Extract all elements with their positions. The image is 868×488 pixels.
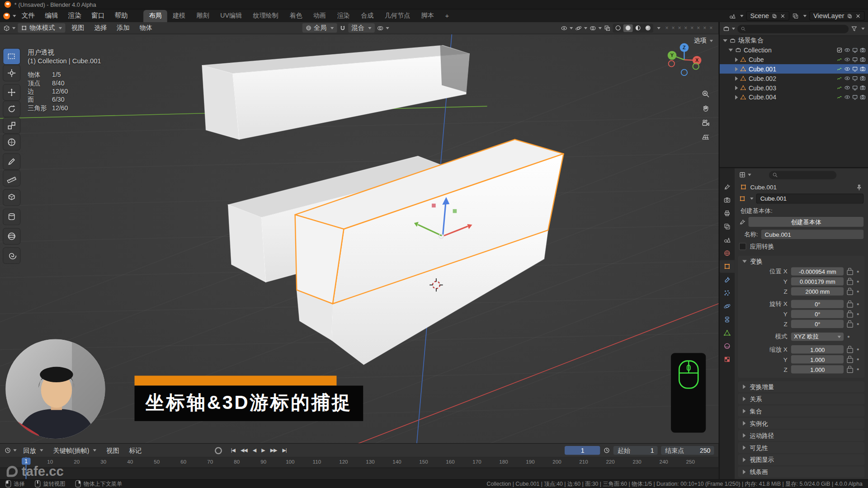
hide-eye-icon[interactable]	[844, 84, 850, 90]
breadcrumb-label[interactable]: Cube.001	[750, 184, 777, 191]
props-section-视图显示[interactable]: 视图显示	[738, 454, 865, 465]
filter-icon[interactable]	[851, 25, 858, 32]
navigation-gizmo[interactable]: Z Y X	[663, 39, 705, 81]
hide-eye-icon[interactable]	[844, 66, 850, 72]
blender-menu-icon[interactable]	[3, 13, 10, 19]
rotation-y-field[interactable]: 0°	[791, 310, 844, 318]
workspace-tab-建模[interactable]: 建模	[167, 10, 191, 22]
view-layer-selector[interactable]: ViewLayer	[809, 11, 864, 20]
new-scene-icon[interactable]	[772, 13, 777, 19]
current-frame-field[interactable]: 1	[565, 446, 600, 455]
viewport-canvas[interactable]	[0, 34, 719, 443]
menu-markers[interactable]: 标记	[126, 445, 145, 455]
lock-icon[interactable]	[847, 270, 853, 275]
workspace-tab-几何节点[interactable]: 几何节点	[379, 10, 416, 22]
lock-icon[interactable]	[847, 302, 853, 307]
tool-measure[interactable]	[3, 170, 20, 186]
menu-window[interactable]: 窗口	[87, 10, 109, 22]
props-tab-scene[interactable]	[720, 234, 735, 246]
hide-eye-icon[interactable]	[844, 94, 850, 100]
render-disable-icon[interactable]	[860, 47, 866, 53]
scale-x-field[interactable]: 1.000	[791, 345, 844, 353]
props-tab-physics[interactable]	[720, 300, 735, 313]
preview-range-clock-icon[interactable]	[604, 447, 610, 454]
pan-hand-icon[interactable]	[702, 104, 710, 112]
viewport-disable-icon[interactable]	[852, 47, 858, 53]
scene-browse-caret-icon[interactable]	[740, 14, 743, 17]
scene-selector[interactable]: Scene	[746, 11, 790, 20]
shading-solid-button[interactable]	[623, 24, 632, 32]
props-tab-texture[interactable]	[720, 353, 735, 366]
primitive-name-field[interactable]: Cube.001	[761, 230, 863, 239]
axis-neg-z-ball[interactable]	[681, 70, 687, 75]
play-button[interactable]: ▶	[259, 446, 267, 454]
outliner-row-object-selected[interactable]: Cube.001	[720, 64, 868, 74]
outliner-search-input[interactable]	[748, 25, 845, 33]
camera-view-icon[interactable]	[702, 118, 710, 127]
menu-object[interactable]: 物体	[136, 23, 156, 33]
prev-keyframe-button[interactable]: ◀◀	[238, 446, 249, 454]
workspace-tab-纹理绘制[interactable]: 纹理绘制	[247, 10, 284, 22]
props-section-集合[interactable]: 集合	[738, 406, 865, 417]
editor-type-button[interactable]	[3, 24, 15, 31]
props-tab-world[interactable]	[720, 247, 735, 259]
tool-annotate[interactable]	[3, 154, 20, 169]
outliner-search[interactable]	[737, 24, 849, 33]
props-section-可见性[interactable]: 可见性	[738, 442, 865, 453]
properties-editor-type-button[interactable]	[739, 172, 751, 178]
lock-icon[interactable]	[847, 280, 853, 285]
menu-help[interactable]: 帮助	[110, 10, 132, 22]
hide-eye-icon[interactable]	[844, 56, 850, 62]
workspace-tab-着色[interactable]: 着色	[284, 10, 308, 22]
transform-orientation-dropdown[interactable]: 全局	[302, 23, 337, 33]
tool-add-cube[interactable]	[3, 190, 20, 205]
viewport-disable-icon[interactable]	[852, 75, 858, 81]
transform-section-header[interactable]: 变换	[738, 256, 865, 267]
props-tab-constraints[interactable]	[720, 313, 735, 326]
proportional-editing-button[interactable]	[377, 24, 389, 31]
show-gizmo-button[interactable]	[575, 24, 587, 31]
frame-end-field[interactable]: 结束点250	[661, 446, 714, 455]
tool-scale[interactable]	[3, 118, 20, 133]
menu-playback[interactable]: 回放	[20, 445, 47, 455]
object-name-field[interactable]: Cube.001	[756, 194, 863, 204]
new-view-layer-icon[interactable]	[847, 13, 852, 19]
animate-dot-icon[interactable]: ●	[857, 311, 859, 316]
tool-rotate[interactable]	[3, 101, 20, 117]
lock-icon[interactable]	[847, 312, 853, 317]
viewport-disable-icon[interactable]	[852, 56, 858, 62]
render-disable-icon[interactable]	[860, 56, 866, 62]
props-tab-data[interactable]	[720, 326, 735, 339]
viewport-disable-icon[interactable]	[852, 66, 858, 72]
render-disable-icon[interactable]	[860, 84, 866, 90]
tool-spin[interactable]	[3, 248, 20, 263]
workspace-tab-合成[interactable]: 合成	[355, 10, 379, 22]
location-y-field[interactable]: 0.000179 mm	[791, 277, 844, 285]
frame-start-field[interactable]: 起始1	[613, 446, 658, 455]
props-section-线条画[interactable]: 线条画	[738, 466, 865, 477]
snap-toggle-button[interactable]	[340, 24, 346, 31]
props-tab-output[interactable]	[720, 207, 735, 220]
outliner-row-scene-collection[interactable]: 场景集合	[720, 36, 868, 46]
add-workspace-button[interactable]: +	[441, 11, 453, 21]
show-overlays-button[interactable]	[590, 24, 602, 31]
viewport-disable-icon[interactable]	[852, 84, 858, 90]
animate-dot-icon[interactable]: ●	[857, 301, 859, 306]
snap-mode-dropdown[interactable]: 混合	[348, 23, 375, 33]
lock-icon[interactable]	[847, 368, 853, 373]
lock-icon[interactable]	[847, 348, 853, 353]
animate-dot-icon[interactable]: ●	[857, 357, 859, 362]
menu-render[interactable]: 渲染	[64, 10, 86, 22]
menu-add[interactable]: 添加	[113, 23, 133, 33]
workspace-tab-脚本[interactable]: 脚本	[416, 10, 440, 22]
collection-checkbox-icon[interactable]	[836, 47, 842, 53]
pin-icon[interactable]	[856, 184, 863, 191]
cube-mesh-a[interactable]	[202, 45, 469, 139]
shading-material-button[interactable]	[633, 24, 642, 32]
menu-edit[interactable]: 编辑	[40, 10, 62, 22]
hide-eye-icon[interactable]	[844, 47, 850, 53]
location-z-field[interactable]: 2000 mm	[791, 287, 844, 296]
scale-y-field[interactable]: 1.000	[791, 355, 844, 363]
play-reverse-button[interactable]: ◀	[250, 446, 258, 454]
apply-transform-checkbox[interactable]	[739, 243, 746, 250]
